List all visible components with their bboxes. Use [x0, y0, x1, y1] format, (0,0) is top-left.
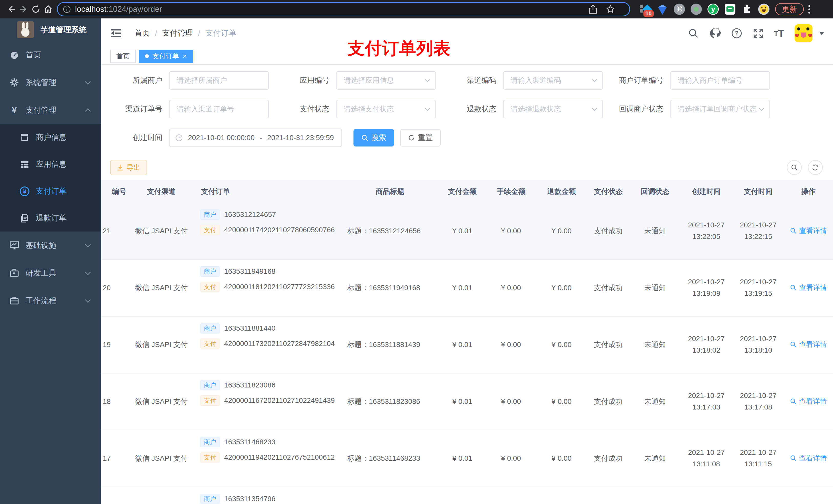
- cell-refund-amount: ¥ 0.00: [537, 284, 587, 292]
- extension-icon-1[interactable]: 10: [639, 3, 652, 15]
- bookmark-star-icon[interactable]: [606, 5, 615, 14]
- pay-order-no: 4200001181202110277723215336: [224, 283, 335, 291]
- extension-icon-4[interactable]: [690, 3, 703, 15]
- filter-refund-status: 退款状态: [444, 100, 611, 118]
- browser-menu-icon[interactable]: [808, 5, 810, 14]
- close-icon[interactable]: ×: [183, 53, 187, 60]
- app-title: 芋道管理系统: [41, 25, 87, 35]
- github-icon[interactable]: [709, 28, 721, 39]
- sidebar-collapse-icon[interactable]: [111, 28, 122, 39]
- chevron-down-icon: [85, 242, 91, 248]
- font-size-icon[interactable]: TT: [774, 28, 784, 39]
- address-bar[interactable]: localhost:1024/pay/order: [57, 2, 630, 16]
- merchant-input[interactable]: [169, 71, 269, 90]
- toolbox-icon: [9, 268, 20, 278]
- app-id-select[interactable]: [336, 71, 436, 90]
- user-avatar[interactable]: [794, 24, 812, 42]
- pay-status-select[interactable]: [336, 100, 436, 118]
- filter-merchant-order-no: 商户订单编号: [611, 71, 778, 90]
- toggle-search-button[interactable]: [787, 160, 802, 175]
- date-separator: -: [260, 134, 262, 142]
- cell-pay-order: 商户 1635312124657 支付 42000011742021102780…: [193, 203, 341, 259]
- grid-icon: [20, 160, 30, 169]
- view-detail-link[interactable]: 查看详情: [790, 340, 827, 349]
- cell-product-title: 标题：1635311823086: [341, 397, 439, 406]
- merchant-order-no-input[interactable]: [670, 71, 770, 90]
- view-detail-link[interactable]: 查看详情: [790, 397, 827, 406]
- cell-create-time: 2021-10-2713:22:05: [680, 219, 733, 242]
- cell-create-time: 2021-10-2713:18:02: [680, 333, 733, 356]
- y-extension-icon[interactable]: y: [707, 3, 719, 15]
- pay-order-no: 4200001173202110272847982104: [224, 340, 335, 348]
- dashboard-icon: [9, 50, 20, 60]
- cell-product-title: 标题：1635311949168: [341, 283, 439, 293]
- tab-home[interactable]: 首页: [110, 50, 136, 63]
- cell-pay-channel: 微信 JSAPI 支付: [129, 454, 193, 463]
- table-row: 商户 1635311354796 支付 标题： 查看详情: [101, 487, 833, 504]
- sidebar-item-home[interactable]: 首页: [0, 41, 101, 69]
- browser-home-button[interactable]: [42, 3, 54, 15]
- app-logo[interactable]: 芋道管理系统: [0, 19, 101, 41]
- refresh-button[interactable]: [808, 160, 823, 175]
- browser-forward-button[interactable]: [18, 3, 30, 15]
- table-row: 20 微信 JSAPI 支付 商户 1635311949168 支付 42000…: [101, 260, 833, 316]
- fullscreen-icon[interactable]: [753, 28, 764, 39]
- sidebar-item-refund-order[interactable]: 退款订单: [0, 205, 101, 232]
- sidebar-item-pay-order[interactable]: ¥ 支付订单: [0, 178, 101, 205]
- cell-notify-status: 未通知: [630, 226, 680, 236]
- merchant-order-no: 1635311823086: [224, 381, 276, 389]
- browser-update-button[interactable]: 更新: [775, 3, 804, 15]
- cell-notify-status: 未通知: [630, 340, 680, 350]
- help-icon[interactable]: ?: [731, 28, 742, 39]
- notify-status-select[interactable]: [670, 100, 770, 118]
- order-table: 编号 支付渠道 支付订单 商品标题 支付金额 手续金额 退款金额 支付状态 回调…: [101, 180, 833, 504]
- pay-order-no: 4200001194202110276752100612: [224, 453, 335, 461]
- search-form: 所属商户 应用编号 渠道编码 商户订单编号 渠道订单号: [101, 65, 833, 147]
- channel-code-select[interactable]: [503, 71, 603, 90]
- chevron-down-icon: [85, 79, 91, 85]
- cell-fee-amount: ¥ 0.00: [485, 398, 537, 406]
- filter-pay-status: 支付状态: [277, 100, 444, 118]
- sidebar-item-system[interactable]: 系统管理: [0, 69, 101, 96]
- date-range-picker[interactable]: 2021-10-01 00:00:00 - 2021-10-31 23:59:5…: [169, 128, 342, 147]
- sidebar-item-app-info[interactable]: 应用信息: [0, 151, 101, 178]
- tab-pay-order[interactable]: 支付订单 ×: [139, 50, 193, 63]
- cell-pay-status: 支付成功: [587, 454, 630, 463]
- search-button[interactable]: 搜索: [354, 129, 394, 146]
- view-detail-link[interactable]: 查看详情: [790, 226, 827, 235]
- breadcrumb-payment[interactable]: 支付管理: [162, 28, 193, 39]
- view-detail-link[interactable]: 查看详情: [790, 454, 827, 463]
- sidebar-item-infrastructure[interactable]: 基础设施: [0, 232, 101, 259]
- profile-emoji-icon[interactable]: [758, 3, 770, 15]
- site-info-icon[interactable]: [63, 5, 71, 13]
- cell-pay-channel: 微信 JSAPI 支付: [129, 283, 193, 293]
- view-detail-link[interactable]: 查看详情: [790, 283, 827, 292]
- browser-reload-button[interactable]: [30, 3, 42, 15]
- browser-back-button[interactable]: [5, 3, 18, 15]
- cell-pay-status: 支付成功: [587, 340, 630, 350]
- monitor-chart-icon: [9, 240, 20, 250]
- date-start: 2021-10-01 00:00:00: [188, 134, 255, 142]
- puzzle-extensions-icon[interactable]: [741, 3, 753, 15]
- sidebar-item-dev-tools[interactable]: 研发工具: [0, 259, 101, 287]
- merchant-tag: 商户: [200, 494, 220, 504]
- refund-status-select[interactable]: [503, 100, 603, 118]
- command-extension-icon[interactable]: ⌘: [673, 3, 686, 15]
- cell-id: 18: [101, 398, 129, 406]
- sidebar-item-workflow[interactable]: 工作流程: [0, 287, 101, 314]
- sidebar-item-payment[interactable]: ¥ 支付管理: [0, 96, 101, 124]
- sidebar-item-merchant-info[interactable]: 商户信息: [0, 124, 101, 151]
- breadcrumb: 首页 / 支付管理 / 支付订单: [135, 28, 236, 39]
- cell-pay-amount: ¥ 0.01: [439, 284, 485, 292]
- pay-tag: 支付: [200, 282, 220, 292]
- channel-order-no-input[interactable]: [169, 100, 269, 118]
- cell-id: 20: [101, 284, 129, 292]
- date-end: 2021-10-31 23:59:59: [267, 134, 334, 142]
- search-icon[interactable]: [688, 28, 699, 39]
- export-button[interactable]: 导出: [110, 160, 147, 175]
- share-icon[interactable]: [589, 5, 597, 14]
- reset-button[interactable]: 重置: [400, 129, 441, 146]
- breadcrumb-home[interactable]: 首页: [135, 28, 150, 39]
- chat-extension-icon[interactable]: [724, 3, 736, 15]
- extension-icon-2[interactable]: [656, 3, 669, 15]
